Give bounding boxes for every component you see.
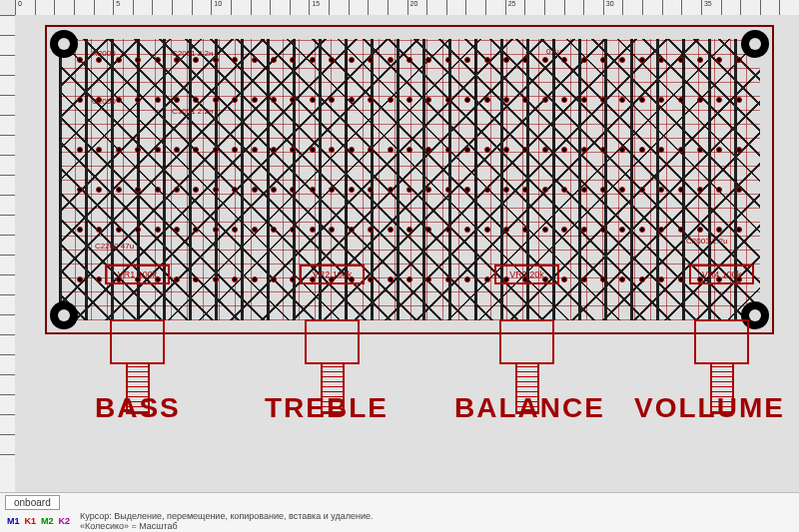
design-canvas[interactable]: R2000C2000C2001 2.2нC1001 2.2н0.1uC2200 … xyxy=(15,15,799,492)
component-ref-label: C2003 2.2u xyxy=(686,237,727,246)
pad-row xyxy=(77,97,742,105)
mounting-hole-icon xyxy=(50,30,78,58)
component-ref-label: C1001 2.2н xyxy=(172,107,213,116)
control-label: TREBLE xyxy=(265,392,389,424)
layer-indicator[interactable]: M1 K1 M2 K2 xyxy=(5,516,72,526)
pad-row xyxy=(77,187,742,195)
component-ref-label: C2001 2.2н xyxy=(172,49,213,58)
pad-row xyxy=(77,276,742,284)
component-ref-label: R2000 xyxy=(92,49,116,58)
component-ref-label: VR2 100k xyxy=(300,265,365,284)
control-label: VOLLUME xyxy=(634,392,785,424)
mounting-hole-icon xyxy=(741,30,769,58)
component-ref-label: C2200 47u xyxy=(95,242,134,251)
pad-row xyxy=(77,227,742,235)
pcb-board[interactable]: R2000C2000C2001 2.2нC1001 2.2н0.1uC2200 … xyxy=(45,25,774,334)
mounting-hole-icon xyxy=(50,301,78,329)
layer-m1[interactable]: M1 xyxy=(5,516,22,526)
board-outline: R2000C2000C2001 2.2нC1001 2.2н0.1uC2200 … xyxy=(45,25,774,334)
pad-row xyxy=(77,57,742,65)
control-label: BALANCE xyxy=(454,392,605,424)
component-ref-label: 0.1u xyxy=(546,47,562,56)
ruler-vertical xyxy=(0,15,15,492)
status-bar: onboard M1 K1 M2 K2 Курсор: Выделение, п… xyxy=(0,492,799,532)
component-ref-label: VR4 100k xyxy=(689,265,754,284)
layer-k2[interactable]: K2 xyxy=(57,516,73,526)
layer-k1[interactable]: K1 xyxy=(23,516,39,526)
layer-m2[interactable]: M2 xyxy=(39,516,56,526)
component-ref-label: VR3 20k xyxy=(494,265,559,284)
component-ref-label: C2000 xyxy=(92,97,116,106)
component-ref-label: VR1 100k xyxy=(105,265,170,284)
control-label: BASS xyxy=(95,392,181,424)
status-text: Курсор: Выделение, перемещение, копирова… xyxy=(80,511,373,531)
document-tab[interactable]: onboard xyxy=(5,495,60,510)
pad-row xyxy=(77,147,742,155)
ruler-horizontal xyxy=(15,0,799,15)
